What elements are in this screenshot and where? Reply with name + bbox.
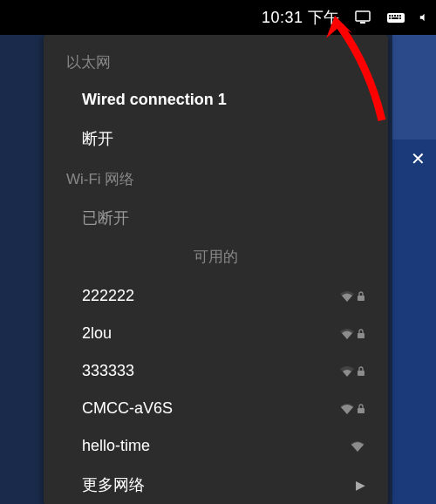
wifi-network-item[interactable]: hello-time	[44, 427, 388, 465]
disconnect-label: 断开	[82, 128, 113, 149]
wifi-network-name: CMCC-aV6S	[82, 399, 173, 418]
wifi-network-item[interactable]: CMCC-aV6S	[44, 390, 388, 427]
wifi-network-item[interactable]: 333333	[44, 352, 388, 390]
svg-rect-3	[389, 15, 391, 17]
svg-rect-0	[356, 11, 370, 21]
network-wired-icon[interactable]	[352, 7, 373, 28]
wifi-signal-secure-icon	[339, 290, 365, 303]
svg-rect-12	[358, 333, 364, 338]
available-header: 可用的	[44, 238, 388, 277]
svg-rect-14	[358, 408, 364, 413]
wired-connection-label: Wired connection 1	[82, 91, 227, 109]
wifi-status-label: 已断开	[82, 208, 129, 228]
wifi-network-item[interactable]: 222222	[44, 277, 388, 315]
svg-rect-7	[399, 15, 401, 17]
wifi-status-item: 已断开	[44, 198, 388, 238]
volume-icon[interactable]	[419, 7, 429, 28]
more-networks-label: 更多网络	[82, 474, 145, 495]
ethernet-section-header: 以太网	[44, 47, 388, 81]
wifi-signal-secure-icon	[339, 328, 365, 340]
svg-rect-13	[358, 371, 364, 376]
svg-rect-1	[360, 22, 365, 24]
more-networks-item[interactable]: 更多网络 ▶	[44, 465, 388, 504]
keyboard-icon[interactable]	[385, 7, 406, 28]
svg-rect-5	[394, 15, 396, 17]
wifi-signal-secure-icon	[339, 403, 365, 415]
clock[interactable]: 10:31 下午	[262, 7, 340, 28]
svg-rect-6	[397, 15, 399, 17]
top-bar: 10:31 下午	[0, 0, 436, 35]
wifi-network-item[interactable]: 2lou	[44, 315, 388, 352]
network-menu: 以太网 Wired connection 1 断开 Wi-Fi 网络 已断开 可…	[44, 35, 388, 504]
svg-rect-8	[389, 17, 391, 19]
wifi-signal-icon	[350, 440, 365, 453]
wifi-network-name: 2lou	[82, 324, 112, 343]
chevron-right-icon: ▶	[356, 478, 365, 492]
wifi-network-name: 333333	[82, 362, 134, 380]
wifi-section-header: Wi-Fi 网络	[44, 159, 388, 198]
svg-rect-10	[399, 17, 401, 19]
wifi-network-name: 222222	[82, 287, 134, 305]
svg-rect-11	[358, 296, 364, 301]
svg-rect-9	[392, 17, 399, 19]
wifi-signal-secure-icon	[339, 365, 365, 378]
svg-rect-4	[392, 15, 393, 17]
disconnect-item[interactable]: 断开	[44, 119, 388, 159]
close-icon[interactable]: ✕	[411, 148, 426, 169]
wired-connection-item[interactable]: Wired connection 1	[44, 81, 388, 119]
wifi-network-name: hello-time	[82, 437, 150, 455]
